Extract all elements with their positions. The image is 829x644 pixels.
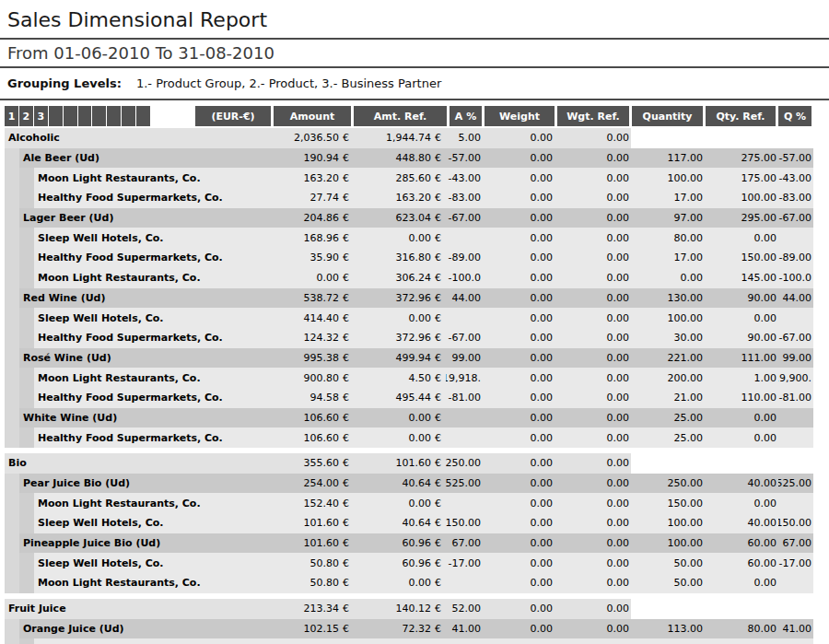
indent-level-1 — [5, 168, 19, 188]
cell-quantity — [631, 453, 705, 474]
row-label: White Wine (Ud) — [19, 408, 274, 428]
cell-q-percent — [778, 599, 813, 619]
level-3-button[interactable]: 3 — [34, 106, 48, 126]
row-label: Moon Light Restaurants, Co. — [34, 368, 274, 388]
cell-amt-ref: 45.20 — [354, 638, 431, 644]
currency-symbol: € — [339, 308, 354, 328]
cell-amt-ref: 0.00 — [354, 573, 431, 593]
currency-symbol: € — [339, 128, 354, 148]
divider — [0, 99, 829, 100]
cell-amount: 168.96 — [274, 228, 339, 248]
cell-amount: 124.32 — [274, 328, 339, 348]
indent-level-1 — [5, 368, 19, 388]
cell-q-percent: 41.00 — [778, 619, 813, 639]
cell-a-percent — [446, 493, 483, 513]
page-title: Sales Dimensional Report — [0, 0, 829, 38]
cell-qty-ref — [705, 453, 778, 474]
cell-quantity: 80.00 — [631, 228, 705, 248]
cell-a-percent: 250.00 — [446, 453, 483, 474]
level-button-placeholder — [92, 106, 106, 126]
cell-quantity: 21.00 — [631, 388, 705, 408]
cell-weight: 0.00 — [483, 474, 555, 494]
cell-weight: 0.00 — [483, 513, 555, 533]
currency-symbol: € — [431, 188, 446, 208]
cell-wgt-ref: 0.00 — [555, 619, 631, 639]
currency-symbol: € — [339, 427, 354, 448]
cell-weight: 0.00 — [483, 288, 555, 309]
cell-a-percent — [446, 228, 483, 248]
cell-qty-ref: 175.00 — [705, 168, 778, 188]
cell-a-percent: 52.00 — [446, 599, 483, 619]
cell-q-percent — [778, 427, 813, 448]
indent-level-2 — [19, 328, 34, 348]
cell-amount: 101.60 — [274, 533, 339, 554]
column-header-quantity: Quantity — [632, 106, 703, 126]
cell-wgt-ref: 0.00 — [555, 308, 631, 328]
cell-quantity: 100.00 — [631, 308, 705, 328]
cell-qty-ref: 80.00 — [705, 619, 778, 639]
cell-qty-ref: 90.00 — [705, 288, 778, 309]
cell-q-percent — [778, 128, 813, 148]
cell-qty-ref: 60.00 — [705, 533, 778, 554]
cell-a-percent: -100.0 — [446, 268, 483, 288]
cell-quantity: 30.00 — [631, 328, 705, 348]
indent-level-2 — [19, 228, 34, 248]
cell-wgt-ref: 0.00 — [555, 388, 631, 408]
cell-qty-ref: 145.00 — [705, 268, 778, 288]
cell-amount: 101.60 — [274, 513, 339, 533]
currency-symbol: € — [431, 533, 446, 554]
currency-symbol: € — [339, 493, 354, 513]
currency-symbol: € — [431, 288, 446, 309]
table-row: Sleep Well Hotels, Co.101.60€40.64€150.0… — [5, 513, 813, 533]
level-2-button[interactable]: 2 — [19, 106, 33, 126]
currency-symbol: € — [339, 368, 354, 388]
row-label: Sleep Well Hotels, Co. — [34, 308, 274, 328]
cell-q-percent: 99.00 — [778, 348, 813, 369]
cell-quantity: 0.00 — [631, 268, 705, 288]
cell-q-percent: -57.00 — [778, 148, 813, 169]
cell-amount: 106.60 — [274, 427, 339, 448]
cell-qty-ref: 60.00 — [705, 553, 778, 573]
row-label: Moon Light Restaurants, Co. — [34, 573, 274, 593]
cell-quantity: 113.00 — [631, 619, 705, 639]
cell-amt-ref: 72.32 — [354, 619, 431, 639]
cell-amount: 152.40 — [274, 493, 339, 513]
indent-level-2 — [19, 493, 34, 513]
row-label: Moon Light Restaurants, Co. — [34, 493, 274, 513]
cell-amt-ref: 0.00 — [354, 493, 431, 513]
indent-level-1 — [5, 553, 19, 573]
cell-q-percent — [778, 453, 813, 474]
cell-amt-ref: 101.60 — [354, 453, 431, 474]
cell-quantity: 130.00 — [631, 288, 705, 309]
column-header-qty-ref: Qty. Ref. — [706, 106, 776, 126]
level-button-placeholder — [64, 106, 77, 126]
cell-quantity: 97.00 — [631, 208, 705, 228]
cell-quantity — [631, 128, 705, 148]
cell-amt-ref: 495.44 — [354, 388, 431, 408]
table-row: Sleep Well Hotels, Co.50.80€60.96€-17.00… — [5, 553, 813, 573]
indent-level-2 — [19, 388, 34, 408]
level-button-placeholder — [78, 106, 92, 126]
currency-symbol: € — [339, 553, 354, 573]
cell-weight: 0.00 — [483, 188, 555, 208]
cell-q-percent: 150.00 — [778, 513, 813, 533]
indent-level-1 — [5, 328, 19, 348]
cell-qty-ref: 275.00 — [705, 148, 778, 169]
cell-amount: 50.80 — [274, 573, 339, 593]
cell-wgt-ref: 0.00 — [555, 128, 631, 148]
table-row: Healthy Food Supermarkets, Co.124.32€372… — [5, 328, 813, 348]
indent-level-1 — [5, 228, 19, 248]
indent-level-1 — [5, 638, 19, 644]
table-row: Ale Beer (Ud)190.94€448.80€-57.000.000.0… — [5, 148, 813, 169]
cell-qty-ref: 110.00 — [705, 388, 778, 408]
level-1-button[interactable]: 1 — [5, 106, 18, 126]
cell-qty-ref: 1.00 — [705, 368, 778, 388]
cell-quantity: 117.00 — [631, 148, 705, 169]
level-button-placeholder — [122, 106, 135, 126]
cell-a-percent: -81.00 — [446, 388, 483, 408]
cell-amount: 0.00 — [274, 268, 339, 288]
indent-level-1 — [5, 573, 19, 593]
cell-weight: 0.00 — [483, 427, 555, 448]
cell-weight: 0.00 — [483, 533, 555, 554]
cell-quantity: 50.00 — [631, 553, 705, 573]
